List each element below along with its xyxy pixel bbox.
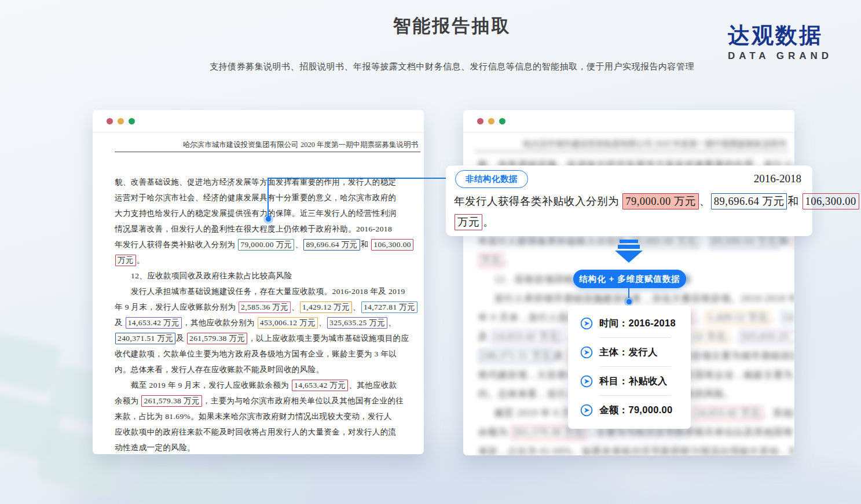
structured-data-button[interactable]: 结构化 + 多维度赋值数据 <box>573 270 686 288</box>
doc-text: 、 <box>695 312 705 322</box>
doc-line: 情况显著改善，但发行人的盈利性在很大程度上仍依赖于政府补助。2016-2018 <box>115 221 412 237</box>
doc-text: 发行人承担城市基础设施建设任务，存在大量应收款项。2016-2018 年及 20… <box>131 287 405 296</box>
down-arrow-head <box>615 251 643 263</box>
window-minimize-icon[interactable] <box>118 118 124 124</box>
doc-text: 、 <box>771 312 781 322</box>
doc-text: 年发行人获得各类补贴收入分别为 <box>478 236 629 246</box>
extracted-value-box: 1,429.12 万元 <box>706 311 770 325</box>
doc-text: 来款，占比为 81.69%。如果未来哈尔滨市政府财力情况出现较大变动，发行人 <box>478 446 794 455</box>
structured-field-row: 科目：补贴收入 <box>568 367 691 395</box>
doc-line: 应收款项中的政府往来款不能及时回收将占用发行人的大量资金，对发行人的流 <box>115 424 412 440</box>
extracted-value-box: 14,727.81 万元 <box>361 301 417 313</box>
extracted-value-box: 106,300.00 <box>803 193 859 209</box>
doc-text: 运营对于哈尔滨市社会、经济的健康发展具有十分重要的意义，哈尔滨市政府的 <box>115 193 397 202</box>
circle-arrow-icon <box>580 346 593 359</box>
window-close-icon[interactable] <box>477 118 483 124</box>
doc-line: 貌、改善基础设施、促进地方经济发展等方面发挥着重要的作用，发行人的稳定 <box>115 174 412 190</box>
extracted-value-box: 万元 <box>479 254 503 267</box>
unstructured-data-card: 非结构化数据 2016-2018 年发行人获得各类补贴收入分别为 79,000.… <box>446 165 812 236</box>
structured-field-row: 金额：79,000.00 <box>568 396 691 424</box>
extracted-value-box: 325,635.25 万元 <box>739 330 794 344</box>
window-titlebar <box>93 110 424 133</box>
calculator-key <box>0 331 63 396</box>
doc-text: 和 <box>787 196 801 207</box>
doc-line: 12、应收款项回收及政府往来款占比较高风险 <box>115 268 412 284</box>
brand-logo: 达观数据 DATA GRAND <box>728 24 833 62</box>
extracted-value-box: 261,579.38 万元 <box>187 333 247 344</box>
doc-text: 余额为 <box>115 396 141 405</box>
doc-text: 、其他应收款 <box>763 408 794 418</box>
extracted-value-box: 240,371.51 万元 <box>115 333 175 344</box>
window-minimize-icon[interactable] <box>488 118 494 124</box>
doc-line: 收代建款项，欠款单位主要为地方政府及各级地方国有企业，账龄主要为 3 年以 <box>115 346 412 362</box>
document-page: 哈尔滨市城市建设投资集团有限公司 2020 年度第一期中期票据募集说明书 貌、改… <box>93 132 424 454</box>
doc-text: 及 <box>115 318 125 327</box>
doc-line: 240,371.51 万元及 261,579.38 万元，以上应收款项主要为城市… <box>115 330 412 346</box>
doc-text: 、 <box>295 240 303 249</box>
unstructured-data-tag[interactable]: 非结构化数据 <box>455 170 528 188</box>
callout-sentence: 年发行人获得各类补贴收入分别为 79,000.00 万元、89,696.64 万… <box>454 191 860 233</box>
doc-text: 12、应收款项回收及政府往来款占比较高风险 <box>131 271 292 280</box>
brand-logo-name: 达观数据 <box>728 24 833 46</box>
doc-line: 余额为 261,579.38 万元，主要为与哈尔滨市政府相关单位以及其他国有企业… <box>115 393 412 409</box>
doc-line: 来款，占比为 81.69%。如果未来哈尔滨市政府财力情况出现较大变动，发行人 <box>478 442 787 455</box>
doc-text: 内。总体来看，发行人存在应收账款不能及时回收的风险。 <box>115 365 324 374</box>
calculator-key <box>216 450 311 504</box>
doc-text: 余额为 <box>478 427 511 437</box>
circle-arrow-icon <box>580 404 593 417</box>
doc-text: 动性造成一定的风险。 <box>115 443 195 452</box>
doc-line: 年 9 月末，发行人应收账款分别为 2,585.36 万元、1,429.12 万… <box>115 299 412 315</box>
extracted-value-box: 325,635.25 万元 <box>327 317 387 329</box>
structured-field-text: 科目：补贴收入 <box>599 375 668 388</box>
connector-line-vertical <box>268 178 269 219</box>
extracted-value-box: 106,300.00 <box>793 235 794 248</box>
doc-text: 、 <box>699 236 709 246</box>
doc-text: 。 <box>137 256 145 264</box>
document-header-rule <box>475 151 789 152</box>
extracted-value-box: 14,653.42 万元 <box>492 330 561 344</box>
structured-field-row: 主体：发行人 <box>568 338 691 366</box>
extracted-value-box: 14,653.42 万元 <box>693 407 763 420</box>
doc-text: ，以上应收款项主要为城市基础设施项目的应 <box>248 334 409 343</box>
extracted-value-box: 14,727.81 万元 <box>781 311 794 325</box>
extracted-value-box: 240,371.51 万元 <box>479 350 554 363</box>
doc-text: 和 <box>780 236 793 246</box>
doc-text: 大力支持也给发行人的稳定发展提供强有力的保障。近三年发行人的经营性利润 <box>115 209 397 218</box>
doc-text: 。 <box>504 255 514 265</box>
doc-text: 情况显著改善，但发行人的盈利性在很大程度上仍依赖于政府补助。2016-2018 <box>115 225 392 233</box>
document-body: 貌、改善基础设施、促进地方经济发展等方面发挥着重要的作用，发行人的稳定运营对于哈… <box>93 174 424 454</box>
circle-arrow-icon <box>580 375 593 388</box>
source-document-window: 哈尔滨市城市建设投资集团有限公司 2020 年度第一期中期票据募集说明书 貌、改… <box>93 110 424 454</box>
doc-line: 动性造成一定的风险。 <box>115 440 412 454</box>
doc-text: 、 <box>388 318 396 327</box>
doc-text: 、 <box>353 303 361 311</box>
down-arrow-icon <box>615 240 643 264</box>
window-maximize-icon[interactable] <box>499 118 505 124</box>
doc-line: 发行人承担城市基础设施建设任务，存在大量应收款项。2016-2018 年及 20… <box>115 284 412 299</box>
extracted-value-box: 106,300.00 <box>371 239 413 251</box>
doc-text: 年发行人获得各类补贴收入分别为 <box>454 196 622 207</box>
structured-field-text: 主体：发行人 <box>599 346 658 359</box>
doc-text: 、 <box>291 303 299 311</box>
structured-field-text: 金额：79,000.00 <box>599 404 673 417</box>
background-band <box>625 463 861 504</box>
doc-line: 年发行人获得各类补贴收入分别为 79,000.00 万元、89,696.64 万… <box>454 191 860 212</box>
window-maximize-icon[interactable] <box>129 118 135 124</box>
doc-text: 发行人承担城市基础设施建设任务，存在大量应收款项。2016-2018 年及 20… <box>494 293 794 303</box>
callout-period: 2016-2018 <box>754 172 801 185</box>
doc-line: 来款，占比为 81.69%。如果未来哈尔滨市政府财力情况出现较大变动，发行人 <box>115 409 412 424</box>
extracted-value-box: 万元 <box>115 255 136 266</box>
extracted-value-box: 79,000.00 万元 <box>238 239 294 251</box>
doc-line: 年发行人获得各类补贴收入分别为 79,000.00 万元、89,696.64 万… <box>115 237 412 252</box>
window-close-icon[interactable] <box>107 118 113 124</box>
brand-logo-subname: DATA GRAND <box>728 50 833 62</box>
doc-text: 、其他应收款 <box>349 381 397 389</box>
extracted-value-box: 89,696.64 万元 <box>711 193 787 209</box>
extracted-value-box: 79,000.00 万元 <box>622 193 699 209</box>
down-arrow-bar <box>618 245 640 249</box>
doc-line: 及 14,653.42 万元，其他应收款分别为 453,006.12 万元、32… <box>115 315 412 330</box>
anchor-dot <box>626 299 632 304</box>
extracted-value-box: 453,006.12 万元 <box>258 317 318 329</box>
window-titlebar <box>463 110 794 133</box>
extracted-value-box: 14,653.42 万元 <box>126 317 182 329</box>
